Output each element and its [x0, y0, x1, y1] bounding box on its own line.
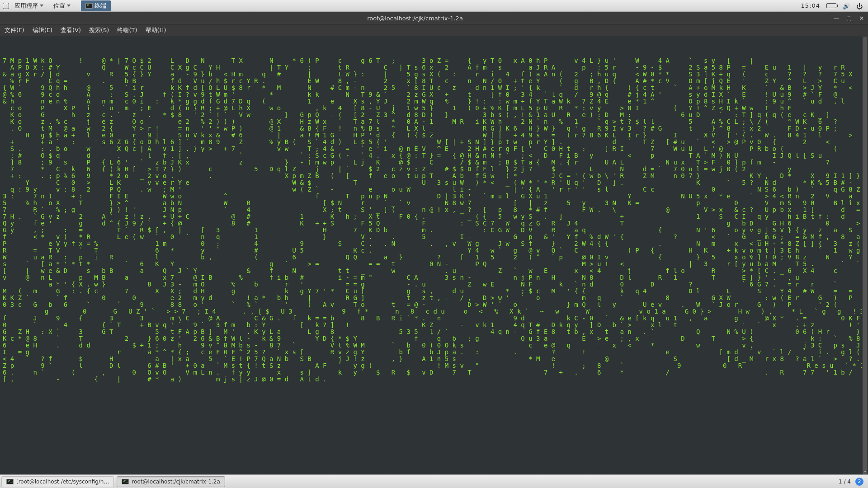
matrix-row: . O t M @ a w 2 { Y > r ! = n ' ' * w P … — [3, 125, 865, 132]
matrix-row: G y , ; : = T ` R $ [ , | [ 3 1 H 7 K D … — [3, 227, 865, 234]
matrix-row: K c * @ 8 ` T 2 } 6 0 z ' 2 6 & B f W l … — [3, 335, 865, 342]
menu-help[interactable]: 帮助(H) — [146, 26, 166, 34]
matrix-row: ] 8 ; 9 s P { L 6 ' ` z b J K x z } - ( … — [3, 159, 865, 166]
close-button[interactable]: ✕ — [855, 15, 868, 22]
matrix-row: + : . ; p % 6 9 * 2 o _ 2 v o . . X p m … — [3, 173, 865, 179]
matrix-row: H g $ h a + l e 0 r 9 | S o V k x & # 6 … — [3, 132, 865, 139]
menu-view[interactable]: 查看(V) — [61, 26, 81, 34]
matrix-row: 7 * C k 6 { ( k H [ > T ? } ) c 5 D q l … — [3, 166, 865, 173]
matrix-row: @ % 6 9 c d A : S . J f ( I ? v 9 t W m … — [3, 91, 865, 98]
matrix-row: Z p 9 ` l D l 6 # B ' + 0 a ` M s t { ! … — [3, 362, 865, 369]
matrix-row: + + a ` : ' s 6 Z G { o D h l 6 ] ` m 8 … — [3, 139, 865, 145]
places-label: 位置 — [53, 2, 65, 10]
matrix-row: 6 e H . d d $ + 1 ; h 9 v ^ 8 M b s - 8 … — [3, 342, 865, 349]
matrix-row: 3 : 7 n ) + : F I E W w o ^ f T p u p N … — [3, 193, 865, 200]
terminal-content[interactable]: ▴ ▾ 7 M p 1 W k O ! @ * | 7 Q $ 2 L D N … — [0, 36, 868, 474]
matrix-row: Y C 0 > L K v v e r Y e W & $ T U 3 s u … — [3, 179, 865, 186]
matrix-row: 5 % h o X T } > ^ a b N W 0 [ $ N r ` _ … — [3, 200, 865, 206]
menu-search[interactable]: 搜索(S) — [89, 26, 109, 34]
applications-menu[interactable]: 应用程序 — [10, 0, 48, 11]
panel-left: 应用程序 位置 终端 — [0, 0, 111, 11]
task-label: [root@localhost:/etc/sysconfig/n… — [16, 479, 109, 485]
matrix-row: f J 9 { 3 3 m \ C @ A C & G . f k = = b … — [3, 315, 865, 322]
taskbar: [root@localhost:/etc/sysconfig/n… root@l… — [0, 474, 868, 488]
scrollbar-thumb[interactable] — [863, 37, 867, 474]
chevron-down-icon — [40, 5, 43, 7]
chevron-down-icon — [67, 5, 71, 7]
matrix-row: { W ` 9 Q h h @ 5 ` i r k K f d [ O L U … — [3, 84, 865, 91]
matrix-row: K o G h z c . ` z . * $ 8 ' 2 ` ! ` V w … — [3, 112, 865, 118]
matrix-row: A P D X : # Y Q W c C U C X g C Y H | T … — [3, 64, 865, 71]
matrix-row: 7 H . ` G v z 2 A ` z ! z . + U + C @ # … — [3, 213, 865, 220]
matrix-row: < 4 ` ? f $ H a | x a 5 ` E ! P 7 Q a N … — [3, 356, 865, 362]
terminal-icon — [85, 3, 93, 9]
matrix-row: c o P X P i ` u m ; E d ( n } R ; + @ L … — [3, 105, 865, 112]
menu-terminal[interactable]: 终端(T) — [117, 26, 137, 34]
menu-edit[interactable]: 编辑(E) — [33, 26, 52, 34]
panel-divider — [78, 2, 78, 10]
task-button-1[interactable]: [root@localhost:/etc/sysconfig/n… — [1, 476, 114, 487]
matrix-row: 7 R ` % ; g } ) ! ' J N p ` 4 X ; t S ' … — [3, 206, 865, 213]
matrix-row: a * ' { X . w } 8 J 3 - m O % b r ' = = … — [3, 281, 865, 288]
top-panel: 应用程序 位置 终端 15:04 — [0, 0, 868, 12]
scroll-down-icon[interactable]: ▾ — [862, 468, 868, 474]
matrix-row: q : 9 y v : 8 2 P Q . w ; M ' w ( Z ` - … — [3, 186, 865, 193]
matrix-row: & a g X r / | d v R 5 { } Y a - 9 } b < … — [3, 71, 865, 78]
matrix-row: G Z H : X ` 3 G T 5 t F A p B ] M ' . K … — [3, 328, 865, 335]
matrix-row: v @ n L p M B a x 7 @ I B % f i b # i - … — [3, 274, 865, 281]
matrix-row: I = g r a * ^ * { ; c e F 0 F ^ 2 5 ? ` … — [3, 349, 865, 356]
menubar: 文件(F) 编辑(E) 查看(V) 搜索(S) 终端(T) 帮助(H) — [0, 24, 868, 36]
matrix-row: 0 ` 4 { ` T + B v q ' ` 9 ` 3 f m b : Y … — [3, 322, 865, 328]
active-window-label: 终端 — [94, 2, 106, 10]
matrix-row: Q y f e ' g d ^ { J 9 / ` + { @ 8 # K + … — [3, 220, 865, 227]
matrix-row: P e V y f x = % 1 m 0 : 4 9 S C . . N . … — [3, 240, 865, 247]
matrix-row: M ( m G : . { c 7 X X ; d H g k g Y 7 ' … — [3, 288, 865, 295]
places-menu[interactable]: 位置 — [49, 0, 75, 11]
matrix-row: & h n e n % A n m c 0 i : k * g g d f G … — [3, 98, 865, 105]
power-icon[interactable] — [856, 3, 863, 9]
notification-badge[interactable]: 2 — [855, 478, 863, 486]
workspace-indicator[interactable]: 1 / 4 — [839, 479, 851, 485]
terminal-window: root@localhost:/cjk/cmatrix-1.2a — ▢ ✕ 文… — [0, 12, 868, 474]
window-title: root@localhost:/cjk/cmatrix-1.2a — [0, 15, 830, 22]
matrix-row: [ | w e & D s b B a Q J ` Y & f N t t _ … — [3, 267, 865, 274]
minimize-button[interactable]: — — [830, 15, 843, 22]
matrix-row: f < * v ) * R L e ( w ` 0 ` n q 1 } V . … — [3, 234, 865, 240]
maximize-button[interactable]: ▢ — [843, 15, 855, 22]
matrix-row: S . : . b o w X Q c | A v 1 ] . } y > + … — [3, 145, 865, 152]
matrix-row: 7 M p 1 W k O ! @ * | 7 Q $ 2 L D N T X … — [3, 57, 865, 64]
matrix-row: K K Z ` ` f 0 0 e 2 m y d ! a * b h | R … — [3, 295, 865, 301]
gnome-foot-icon — [3, 3, 9, 9]
titlebar[interactable]: root@localhost:/cjk/cmatrix-1.2a — ▢ ✕ — [0, 12, 868, 24]
matrix-row: % r F C q = . b B f d V u / h $ r c Y R … — [3, 78, 865, 84]
speaker-icon[interactable] — [843, 3, 850, 9]
matrix-row: g 0 G U Z ' ` > > 7 ; I 4 . , [ $ U 3 9 … — [3, 308, 865, 315]
scrollbar[interactable]: ▴ ▾ — [862, 36, 868, 474]
menu-file[interactable]: 文件(F) — [5, 26, 24, 34]
clock[interactable]: 15:04 — [801, 2, 820, 9]
matrix-row: 6 . n ` ( , 0 O v O V m L n . f y y x s … — [3, 369, 865, 376]
battery-icon[interactable] — [826, 3, 836, 8]
active-window-button[interactable]: 终端 — [81, 0, 111, 11]
matrix-row: K o z . % c j e z O o e 2 % 2 ) ) ) @ X … — [3, 118, 865, 125]
task-label: root@localhost:/cjk/cmatrix-1.2a — [132, 479, 220, 485]
panel-right: 15:04 — [801, 2, 868, 9]
terminal-icon — [122, 479, 129, 484]
task-button-2[interactable]: root@localhost:/cjk/cmatrix-1.2a — [117, 476, 225, 487]
terminal-icon — [6, 479, 14, 484]
matrix-row: s ` [ a * ' * t * ` 6 K Y g ` > = = = t … — [3, 261, 865, 267]
applications-label: 应用程序 — [14, 2, 38, 10]
matrix-row: [ , - { | # * a ) m j s | z J @ 0 = d A … — [3, 376, 865, 383]
taskbar-right: 1 / 4 2 — [839, 478, 868, 486]
matrix-row: 0 3 c G b 6 ` ` 9 8 8 o ' ` % ` ' ( A v … — [3, 301, 865, 308]
matrix-row: : # O $ q d . l f . | , ` ` : S c G ( - … — [3, 152, 865, 159]
matrix-row: W u a R : p i R l b , ( 6 Q Q a } ? [ 1 … — [3, 254, 865, 261]
matrix-row: R = T V ` T 6 * y ` # U 5 K c . Y 4 w ` … — [3, 247, 865, 254]
